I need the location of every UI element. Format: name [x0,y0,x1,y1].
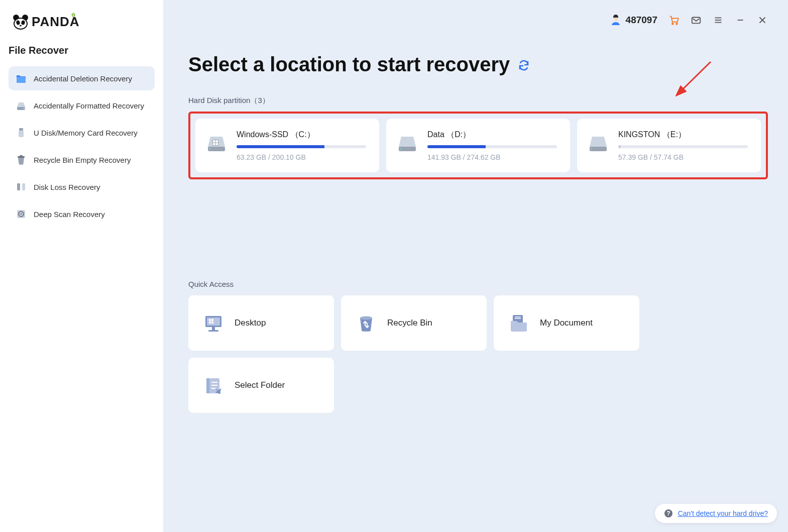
svg-point-31 [209,148,211,150]
sidebar-item-label: Accidental Deletion Recovery [34,74,132,83]
svg-point-20 [672,23,673,25]
close-icon[interactable] [757,15,768,26]
page-title-text: Select a location to start recovery [188,53,510,76]
windows-drive-icon [205,132,228,154]
quick-access-recyclebin[interactable]: Recycle Bin [341,295,487,351]
svg-rect-22 [692,18,701,24]
mail-icon[interactable] [691,15,702,26]
sidebar-item-label: Disk Loss Recovery [34,183,100,191]
recycle-bin-icon [355,312,377,334]
svg-rect-6 [17,77,26,83]
svg-rect-10 [19,131,24,137]
svg-point-17 [21,214,22,215]
partition-size: 63.23 GB / 200.10 GB [237,153,366,161]
select-folder-icon [202,374,224,396]
app-logo: PANDA✿ [13,14,155,30]
quick-access-desktop[interactable]: Desktop [188,295,334,351]
refresh-icon[interactable] [518,53,530,76]
top-bar: 487097 [188,11,768,29]
usb-icon [16,127,27,138]
partition-progress [618,145,748,148]
quick-access-title: Recycle Bin [387,318,432,328]
partition-progress [237,145,366,148]
svg-rect-54 [206,378,209,393]
sidebar-item-label: U Disk/Memory Card Recovery [34,129,138,137]
svg-rect-33 [213,140,215,143]
svg-point-40 [591,148,593,150]
minimize-icon[interactable] [735,15,746,26]
svg-rect-11 [18,156,25,158]
svg-point-38 [400,148,402,150]
svg-rect-12 [20,155,23,156]
sidebar-item-deepscan[interactable]: Deep Scan Recovery [9,202,155,226]
partition-size: 57.39 GB / 57.74 GB [618,153,748,161]
disk-loss-icon [16,181,27,192]
page-title: Select a location to start recovery [188,53,768,76]
partition-size: 141.93 GB / 274.62 GB [427,153,557,161]
deep-scan-icon [16,208,27,220]
partition-card-c[interactable]: Windows-SSD （C:） 63.23 GB / 200.10 GB [195,119,379,172]
svg-point-49 [360,316,372,320]
help-link-text: Can't detect your hard drive? [678,509,768,517]
svg-rect-9 [19,128,23,131]
sidebar-item-udisk[interactable]: U Disk/Memory Card Recovery [9,121,155,145]
svg-rect-48 [208,330,218,332]
sidebar-item-accidental-deletion[interactable]: Accidental Deletion Recovery [9,66,155,90]
help-icon: ? [664,509,673,518]
sidebar-item-recyclebin[interactable]: Recycle Bin Empty Recovery [9,148,155,172]
svg-rect-13 [17,183,20,190]
partition-card-d[interactable]: Data （D:） 141.93 GB / 274.62 GB [386,119,570,172]
trash-icon [16,154,27,165]
folder-icon [16,73,27,84]
sidebar-item-label: Deep Scan Recovery [34,210,105,219]
partition-progress [427,145,557,148]
svg-rect-43 [209,319,211,321]
svg-point-8 [24,108,25,109]
quick-access-selectfolder[interactable]: Select Folder [188,358,334,413]
svg-rect-44 [211,319,213,321]
svg-rect-47 [212,327,215,330]
menu-icon[interactable] [713,15,724,26]
partition-section-label: Hard Disk partition（3） [188,96,768,105]
drive-icon [16,100,27,111]
quick-access-title: My Document [540,318,593,328]
app-name: PANDA✿ [32,14,80,30]
partition-name: KINGSTON （E:） [618,130,748,140]
sidebar-section-title: File Recover [9,45,155,56]
partition-name: Windows-SSD （C:） [237,130,366,140]
main-content: 487097 Select a location to start recove… [163,0,788,532]
drive-icon [396,132,418,154]
desktop-icon [202,312,224,334]
svg-rect-36 [216,143,218,146]
svg-rect-45 [209,322,211,324]
svg-rect-34 [216,140,218,143]
help-pill[interactable]: ? Can't detect your hard drive? [655,504,777,523]
svg-rect-35 [213,143,215,146]
partition-highlight-box: Windows-SSD （C:） 63.23 GB / 200.10 GB Da… [188,112,768,179]
quick-access-title: Select Folder [235,380,285,390]
sidebar-item-label: Accidentally Formatted Recovery [34,101,144,110]
svg-point-2 [14,18,27,29]
svg-rect-14 [22,183,25,190]
sidebar: PANDA✿ File Recover Accidental Deletion … [0,0,163,532]
drive-icon [587,132,609,154]
svg-point-5 [20,25,22,26]
quick-access-mydocument[interactable]: My Document [494,295,639,351]
quick-access-label: Quick Access [188,280,768,288]
avatar-icon [610,14,622,26]
user-badge[interactable]: 487097 [610,14,657,26]
svg-point-21 [676,23,678,25]
sidebar-item-diskloss[interactable]: Disk Loss Recovery [9,175,155,199]
sidebar-item-formatted[interactable]: Accidentally Formatted Recovery [9,93,155,118]
user-id: 487097 [626,15,657,26]
partition-name: Data （D:） [427,130,557,140]
sidebar-item-label: Recycle Bin Empty Recovery [34,156,131,164]
svg-rect-46 [211,322,213,324]
svg-text:?: ? [666,510,670,517]
partition-card-e[interactable]: KINGSTON （E:） 57.39 GB / 57.74 GB [577,119,761,172]
quick-access-title: Desktop [235,318,266,328]
cart-icon[interactable] [668,15,680,26]
document-folder-icon [508,312,530,334]
